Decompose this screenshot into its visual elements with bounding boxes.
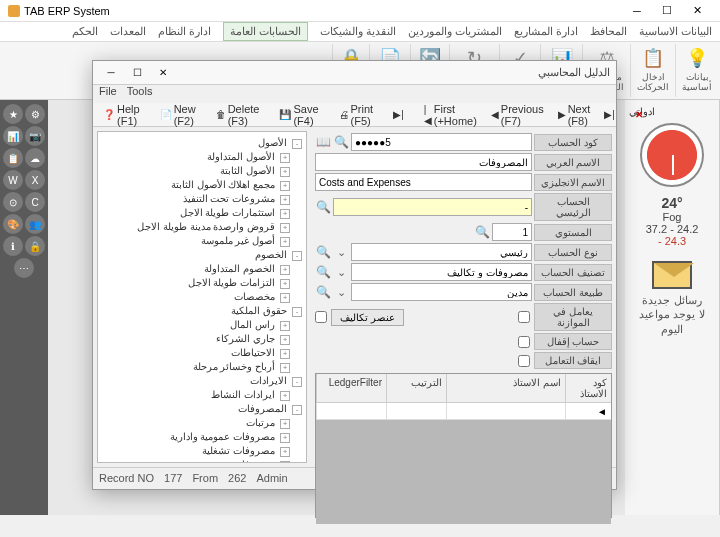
tree-node[interactable]: - المصروفات [102, 402, 302, 416]
cost-checkbox[interactable] [315, 311, 327, 323]
budget-checkbox[interactable] [518, 311, 530, 323]
maximize-button[interactable]: ☐ [652, 0, 682, 22]
tree-node[interactable]: - الأصول [102, 136, 302, 150]
tree-node[interactable]: + الخصوم المتداولة [102, 262, 302, 276]
modal-x-button[interactable]: ✕ [629, 106, 649, 123]
delete-button[interactable]: 🗑 Delete (F3) [210, 100, 266, 130]
search-icon[interactable]: 🔍 [315, 264, 331, 280]
dock-button[interactable]: 🔒 [25, 236, 45, 256]
tree-node[interactable]: + مشروعات تحت التنفيذ [102, 192, 302, 206]
print-button[interactable]: 🖨 Print (F5) [333, 100, 380, 130]
mainmenu-item[interactable]: ادارة النظام [158, 25, 211, 38]
code-input[interactable] [351, 133, 532, 151]
cost-element-button[interactable]: عنصر تكاليف [331, 309, 404, 326]
dock-button[interactable]: ℹ [3, 236, 23, 256]
dock-button[interactable]: ☁ [25, 148, 45, 168]
tree-node[interactable]: + مصروفات عمومية وادارية [102, 430, 302, 444]
search-icon[interactable]: 🔍 [315, 284, 331, 300]
account-tree[interactable]: - الأصول+ الأصول المتداولة+ الأصول الثاب… [97, 131, 307, 463]
tree-node[interactable]: + الأصول المتداولة [102, 150, 302, 164]
col-name: اسم الاستاذ [446, 374, 565, 402]
tree-node[interactable]: + مخصصات [102, 290, 302, 304]
prev-button[interactable]: ◀ Previous (F7) [485, 100, 550, 130]
dock-button[interactable]: W [3, 170, 23, 190]
bookmark-icon[interactable]: 📖 [315, 134, 331, 150]
search-icon[interactable]: 🔍 [315, 199, 331, 215]
help-button[interactable]: ❓ Help (F1) [97, 100, 146, 130]
tree-node[interactable]: + جاري الشركاء [102, 332, 302, 346]
tree-node[interactable]: + مصروفات تسويقية [102, 458, 302, 463]
mainmenu-item[interactable]: المشتريات والموردين [408, 25, 502, 38]
search-icon[interactable]: 🔍 [474, 224, 490, 240]
ledger-grid[interactable]: كود الاستاذ اسم الاستاذ الترتيب LedgerFi… [315, 373, 612, 518]
chevron-down-icon[interactable]: ⌄ [333, 246, 349, 259]
dock-button[interactable]: ⋯ [14, 258, 34, 278]
code-label: كود الحساب [534, 134, 612, 151]
mainmenu-item[interactable]: النقدية والشيكات [320, 25, 396, 38]
search-icon[interactable]: 🔍 [315, 244, 331, 260]
tree-node[interactable]: + التزامات طويلة الاجل [102, 276, 302, 290]
col-code: كود الاستاذ [565, 374, 611, 402]
dock-button[interactable]: C [25, 192, 45, 212]
dock-button[interactable]: ⊙ [3, 192, 23, 212]
tree-node[interactable]: + راس المال [102, 318, 302, 332]
tree-node[interactable]: + مصروفات تشغلية [102, 444, 302, 458]
mainmenu-item[interactable]: المحافظ [590, 25, 627, 38]
type-select[interactable] [351, 243, 532, 261]
dock-button[interactable]: 📊 [3, 126, 23, 146]
first-button[interactable]: |◀ First (+Home) [418, 100, 483, 130]
new-button[interactable]: 📄 New (F2) [154, 100, 202, 130]
dock-button[interactable]: 🎨 [3, 214, 23, 234]
tree-node[interactable]: + الأصول الثابتة [102, 164, 302, 178]
stop-checkbox[interactable] [518, 355, 530, 367]
tree-node[interactable]: - الايرادات [102, 374, 302, 388]
close-button[interactable]: ✕ [682, 0, 712, 22]
nav-last[interactable]: ▶| [387, 106, 410, 123]
nav-end[interactable]: ▶| [598, 106, 621, 123]
search-icon[interactable]: 🔍 [333, 134, 349, 150]
chevron-down-icon[interactable]: ⌄ [333, 266, 349, 279]
app-icon [8, 5, 20, 17]
mainmenu-item[interactable]: المعدات [110, 25, 146, 38]
tree-node[interactable]: - حقوق الملكية [102, 304, 302, 318]
name-en-input[interactable] [315, 173, 532, 191]
tree-node[interactable]: + ايرادات النشاط [102, 388, 302, 402]
class-select[interactable] [351, 263, 532, 281]
ribbon-group[interactable]: 💡بياناتأساسية [675, 44, 718, 97]
modal-minimize[interactable]: ─ [99, 64, 123, 82]
tree-node[interactable]: + قروض وارصدة مدينة طويلة الاجل [102, 220, 302, 234]
parent-input[interactable] [333, 198, 532, 216]
mainmenu-item[interactable]: البيانات الاساسية [639, 25, 712, 38]
dock-button[interactable]: 👥 [25, 214, 45, 234]
tree-node[interactable]: + أصول غير ملموسة [102, 234, 302, 248]
name-ar-input[interactable] [315, 153, 532, 171]
next-button[interactable]: ▶ Next (F8) [552, 100, 597, 130]
status-from: From [192, 472, 218, 484]
dock-button[interactable]: ⚙ [25, 104, 45, 124]
mainmenu-item[interactable]: الحكم [72, 25, 98, 38]
save-button[interactable]: 💾 Save (F4) [273, 100, 324, 130]
tree-node[interactable]: + مرتبات [102, 416, 302, 430]
close-checkbox[interactable] [518, 336, 530, 348]
dock-button[interactable]: X [25, 170, 45, 190]
mainmenu-item[interactable]: الحسابات العامة [223, 22, 308, 41]
tree-node[interactable]: + أرباح وخسائر مرحلة [102, 360, 302, 374]
temperature: 24° [646, 195, 699, 211]
dock-button[interactable]: 📷 [25, 126, 45, 146]
tree-node[interactable]: - الخصوم [102, 248, 302, 262]
nature-select[interactable] [351, 283, 532, 301]
chevron-down-icon[interactable]: ⌄ [333, 286, 349, 299]
mainmenu-item[interactable]: ادارة المشاريع [514, 25, 578, 38]
ribbon-group[interactable]: 📋ادخالالحركات [630, 44, 675, 97]
tree-node[interactable]: + الاحتياطات [102, 346, 302, 360]
dock-button[interactable]: 📋 [3, 148, 23, 168]
modal-maximize[interactable]: ☐ [125, 64, 149, 82]
nature-label: طبيعة الحساب [534, 284, 612, 301]
tree-node[interactable]: + مجمع اهلاك الأصول الثابتة [102, 178, 302, 192]
level-input[interactable] [492, 223, 532, 241]
app-title: TAB ERP System [24, 5, 110, 17]
minimize-button[interactable]: ─ [622, 0, 652, 22]
tree-node[interactable]: + استثمارات طويلة الاجل [102, 206, 302, 220]
modal-close[interactable]: ✕ [151, 64, 175, 82]
dock-button[interactable]: ★ [3, 104, 23, 124]
